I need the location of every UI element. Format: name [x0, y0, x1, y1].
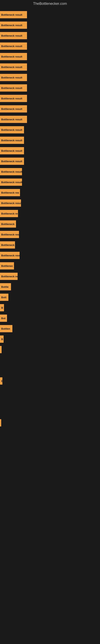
site-title: TheBottlenecker.com	[0, 0, 100, 8]
bottleneck-bar: Bottleneck result	[0, 147, 24, 154]
bar-label: Bott	[1, 296, 6, 299]
bar-row	[0, 386, 100, 397]
bottleneck-bar: Bottleneck res	[0, 189, 20, 196]
bar-row: Bottleneck res	[0, 187, 100, 198]
bar-row: Bottleneck resu	[0, 250, 100, 260]
bottleneck-bar: Bottleneck result	[0, 84, 27, 92]
bar-label: Bottleneck result	[1, 76, 22, 79]
bar-row: Bottlen	[0, 324, 100, 334]
bottleneck-bar: Bottleneck result	[0, 74, 27, 81]
bar-label: Bottleneck res	[1, 191, 19, 194]
bottleneck-bar: Bottle	[0, 283, 11, 290]
bar-label: Bottleneck result	[1, 24, 22, 27]
bar-row: Bottleneck result	[0, 72, 100, 83]
bar-row: Bottleneck result	[0, 124, 100, 135]
bar-row: Bottleneck result	[0, 62, 100, 72]
bar-label: Bottleneck result	[1, 108, 22, 110]
bar-row: Bottleneck result	[0, 166, 100, 177]
bar-label: Bottleneck result	[1, 202, 21, 205]
bar-label: Bottleneck re	[1, 212, 18, 215]
bottleneck-bar: Bottleneck	[0, 220, 16, 228]
bottleneck-bar: Bot	[0, 314, 7, 322]
bar-label: Bottlen	[1, 327, 10, 330]
bar-label: Bottleneck result	[1, 13, 22, 16]
bar-row: Bottleneck re	[0, 208, 100, 219]
bottleneck-bar: Bottleneck r	[0, 241, 15, 248]
bar-row	[0, 355, 100, 365]
bar-row: Bottleneck result	[0, 146, 100, 156]
bar-row	[0, 418, 100, 428]
bar-row: Bottleneck result	[0, 41, 100, 51]
bottleneck-bar: Bottleneck result	[0, 168, 22, 175]
bar-label: Bottleneck result	[1, 34, 22, 37]
bar-row: Bottleneck result	[0, 10, 100, 20]
bottleneck-bar: Bottleneck re	[0, 210, 18, 217]
bar-row	[0, 344, 100, 355]
bottleneck-bar: Bottleneck result	[0, 158, 24, 165]
bottleneck-bar: Bottleneck result	[0, 126, 24, 134]
bar-label: Bottleneck result	[1, 45, 22, 48]
bar-row: Bottleneck result	[0, 198, 100, 208]
bar-row: B	[0, 334, 100, 344]
bottleneck-bar: Bottleneck result	[0, 42, 27, 50]
bar-label: B	[1, 338, 3, 341]
bar-label: B	[1, 380, 2, 382]
bar-label: B	[1, 306, 3, 309]
bottleneck-bar: Bottleneck res	[0, 231, 19, 238]
bar-row: Bottleneck result	[0, 51, 100, 62]
bottleneck-bar: Bottleneck result	[0, 105, 27, 112]
bottleneck-bar	[0, 346, 1, 353]
bar-row: Bottleneck result	[0, 135, 100, 146]
bar-label: Bottleneck result	[1, 86, 22, 90]
bar-label: Bot	[1, 317, 6, 320]
bottleneck-bar: Bottleneck re	[0, 273, 18, 280]
bar-label: Bottleneck	[1, 222, 14, 226]
bar-row: B	[0, 376, 100, 386]
bar-row: Bottleneck result	[0, 104, 100, 114]
bar-row	[0, 365, 100, 376]
bar-label: Bottleneck result	[1, 97, 22, 100]
bar-label: Bottleneck r	[1, 244, 15, 246]
bar-row: Bottleneck result	[0, 156, 100, 166]
bar-row: Bottleneck result	[0, 20, 100, 30]
bar-row: Bottleneck result	[0, 93, 100, 104]
bar-row: Bott	[0, 292, 100, 302]
bar-row: Bottlenec	[0, 260, 100, 271]
bar-row: Bottleneck result	[0, 114, 100, 124]
bottleneck-bar: Bottleneck result	[0, 22, 27, 29]
bottleneck-bar: Bottleneck resu	[0, 252, 20, 259]
bottleneck-bar: Bottleneck result	[0, 64, 27, 71]
bar-label: Bottleneck resu	[1, 254, 20, 257]
bar-row: B	[0, 302, 100, 313]
bottleneck-bar: Bottleneck result	[0, 32, 27, 39]
bottleneck-bar: Bottleneck result	[0, 116, 27, 123]
bottleneck-bar: Bottleneck result	[0, 200, 21, 207]
bar-row	[0, 397, 100, 407]
bar-label: Bottleneck result	[1, 160, 22, 163]
bottleneck-bar: Bottleneck result	[0, 137, 24, 144]
bottleneck-bar: Bottlenec	[0, 262, 14, 270]
bar-label: Bottleneck result	[1, 66, 22, 69]
bar-label: Bottleneck re	[1, 275, 18, 278]
bar-label: Bottleneck result	[1, 139, 22, 142]
bar-row: Bottleneck r	[0, 240, 100, 250]
bottleneck-bar: Bottleneck result	[0, 11, 27, 18]
bar-row: Bottleneck result	[0, 83, 100, 93]
bottleneck-bar	[0, 419, 1, 426]
bar-label: Bottleneck result	[1, 128, 22, 132]
bar-row: Bottleneck re	[0, 271, 100, 282]
bar-label: Bottleneck result	[1, 118, 22, 121]
bar-row: Bottleneck res	[0, 229, 100, 240]
bar-label: Bottleneck result	[1, 55, 22, 58]
bar-row: Bot	[0, 313, 100, 324]
bar-row: Bottle	[0, 282, 100, 292]
bar-row: Bottleneck result	[0, 30, 100, 41]
bar-label: Bottlenec	[1, 264, 13, 268]
bottleneck-bar: B	[0, 336, 3, 343]
bar-row: Bottleneck	[0, 219, 100, 229]
bar-label: Bottle	[1, 285, 9, 288]
bottleneck-bar: Bott	[0, 294, 8, 301]
bottleneck-bar: Bottlen	[0, 325, 12, 332]
bar-row	[0, 407, 100, 418]
bar-label: Bottleneck result	[1, 170, 22, 173]
